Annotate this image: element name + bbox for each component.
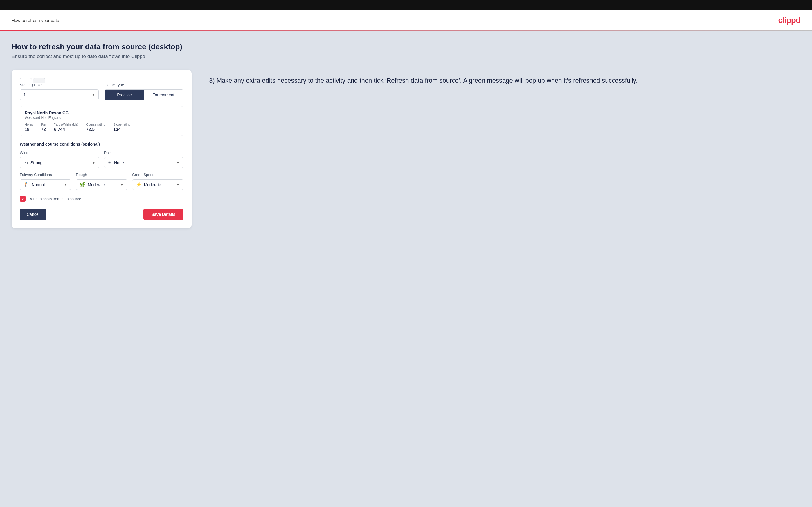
conditions-title: Weather and course conditions (optional) (20, 142, 184, 147)
rough-group: Rough 🌿 Moderate ▼ (76, 173, 127, 190)
logo: clippd (778, 16, 800, 25)
starting-hole-select-wrapper: 1 ▼ (20, 89, 99, 100)
fairway-group: Fairway Conditions 🏌 Normal ▼ (20, 173, 71, 190)
form-card: Starting Hole 1 ▼ Game Type Practice Tou… (12, 70, 192, 228)
course-row: Royal North Devon GC, Westward Ho!, Engl… (20, 106, 184, 136)
rough-select[interactable]: 🌿 Moderate ▼ (76, 179, 127, 190)
refresh-row: Refresh shots from data source (20, 196, 184, 202)
refresh-label: Refresh shots from data source (29, 196, 81, 201)
header-title: How to refresh your data (12, 18, 59, 23)
rough-arrow-icon: ▼ (120, 183, 124, 187)
green-speed-icon: ⚡ (136, 182, 142, 187)
starting-hole-select[interactable]: 1 (20, 89, 99, 100)
green-speed-arrow-icon: ▼ (176, 183, 180, 187)
yards-label: Yards/White (M)) (54, 123, 78, 126)
save-button[interactable]: Save Details (143, 209, 184, 220)
main-content: How to refresh your data from source (de… (0, 31, 812, 507)
wind-value: Strong (31, 160, 90, 165)
wind-label: Wind (20, 151, 99, 155)
rain-value: None (114, 160, 174, 165)
rough-label: Rough (76, 173, 127, 177)
page-heading: How to refresh your data from source (de… (12, 42, 800, 51)
fairway-rough-green-row: Fairway Conditions 🏌 Normal ▼ Rough 🌿 Mo… (20, 173, 184, 190)
holes-stat: Holes 18 (25, 123, 33, 132)
slope-rating-label: Slope rating (113, 123, 131, 126)
green-speed-label: Green Speed (132, 173, 184, 177)
side-description: 3) Make any extra edits necessary to the… (209, 76, 800, 85)
refresh-checkbox[interactable] (20, 196, 26, 202)
fairway-label: Fairway Conditions (20, 173, 71, 177)
page-subheading: Ensure the correct and most up to date d… (12, 54, 800, 59)
green-speed-select[interactable]: ⚡ Moderate ▼ (132, 179, 184, 190)
top-form-row: Starting Hole 1 ▼ Game Type Practice Tou… (20, 83, 184, 100)
rough-icon: 🌿 (80, 182, 85, 187)
fairway-icon: 🏌 (23, 182, 29, 187)
wind-group: Wind 🌬 Strong ▼ (20, 151, 99, 168)
rain-select[interactable]: ☀ None ▼ (104, 157, 184, 168)
tournament-button[interactable]: Tournament (144, 90, 183, 100)
wind-icon: 🌬 (23, 160, 28, 165)
course-stats: Holes 18 Par 72 Yards/White (M)) 6,744 C… (25, 123, 179, 132)
practice-button[interactable]: Practice (105, 90, 144, 100)
game-type-toggle: Practice Tournament (104, 89, 184, 100)
par-label: Par (41, 123, 46, 126)
course-location: Westward Ho!, England (25, 116, 179, 120)
top-bar (0, 0, 812, 10)
wind-select[interactable]: 🌬 Strong ▼ (20, 157, 99, 168)
slope-rating-stat: Slope rating 134 (113, 123, 131, 132)
button-row: Cancel Save Details (20, 209, 184, 220)
cancel-button[interactable]: Cancel (20, 209, 46, 220)
side-text-panel: 3) Make any extra edits necessary to the… (209, 70, 800, 85)
wind-rain-row: Wind 🌬 Strong ▼ Rain ☀ None ▼ (20, 151, 184, 168)
tab-inactive[interactable] (33, 78, 45, 83)
fairway-arrow-icon: ▼ (64, 183, 67, 187)
par-value: 72 (41, 127, 46, 132)
course-name: Royal North Devon GC, (25, 111, 179, 115)
rain-group: Rain ☀ None ▼ (104, 151, 184, 168)
green-speed-value: Moderate (144, 182, 174, 187)
game-type-label: Game Type (104, 83, 184, 87)
rain-arrow-icon: ▼ (176, 161, 180, 165)
wind-arrow-icon: ▼ (92, 161, 96, 165)
yards-value: 6,744 (54, 127, 78, 132)
game-type-group: Game Type Practice Tournament (104, 83, 184, 100)
fairway-value: Normal (32, 182, 61, 187)
fairway-select[interactable]: 🏌 Normal ▼ (20, 179, 71, 190)
course-rating-label: Course rating (86, 123, 105, 126)
yards-stat: Yards/White (M)) 6,744 (54, 123, 78, 132)
par-stat: Par 72 (41, 123, 46, 132)
holes-label: Holes (25, 123, 33, 126)
starting-hole-label: Starting Hole (20, 83, 99, 87)
rough-value: Moderate (88, 182, 117, 187)
green-speed-group: Green Speed ⚡ Moderate ▼ (132, 173, 184, 190)
rain-icon: ☀ (108, 160, 112, 165)
course-rating-value: 72.5 (86, 127, 105, 132)
header: How to refresh your data clippd (0, 10, 812, 31)
slope-rating-value: 134 (113, 127, 131, 132)
rain-label: Rain (104, 151, 184, 155)
tab-active[interactable] (20, 78, 32, 83)
conditions-section: Weather and course conditions (optional)… (20, 142, 184, 190)
holes-value: 18 (25, 127, 33, 132)
course-rating-stat: Course rating 72.5 (86, 123, 105, 132)
starting-hole-group: Starting Hole 1 ▼ (20, 83, 99, 100)
tab-preview (20, 78, 184, 83)
content-area: Starting Hole 1 ▼ Game Type Practice Tou… (12, 70, 800, 228)
